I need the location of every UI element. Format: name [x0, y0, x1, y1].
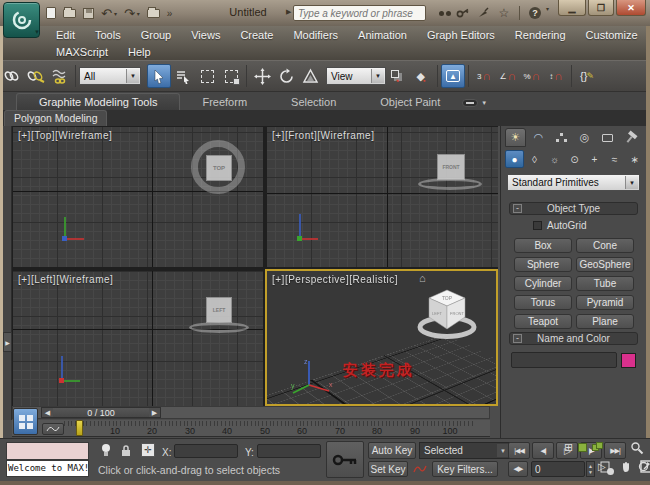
- reference-coordinate-system-dropdown[interactable]: View▼: [326, 67, 386, 85]
- ribbon-tab-graphite[interactable]: Graphite Modeling Tools: [16, 93, 180, 110]
- viewport-label[interactable]: [+][Front][Wireframe]: [272, 130, 374, 141]
- next-frame-arrow-icon[interactable]: ▶: [149, 408, 160, 417]
- viewport-label[interactable]: [+][Left][Wireframe]: [18, 274, 113, 285]
- set-key-button[interactable]: Set Key: [368, 461, 408, 477]
- default-in-out-tangents-icon[interactable]: [412, 461, 428, 477]
- maximize-viewport-toggle-icon[interactable]: [640, 460, 650, 473]
- minimize-button[interactable]: ▁: [558, 0, 586, 16]
- select-by-name-icon[interactable]: [171, 64, 195, 88]
- tab-create[interactable]: ☀: [505, 128, 526, 147]
- zoom-extents-all-icon[interactable]: [592, 442, 604, 453]
- button-tube[interactable]: Tube: [576, 276, 634, 291]
- selection-lock-icon[interactable]: [120, 444, 132, 457]
- field-of-view-icon[interactable]: ▷: [598, 460, 606, 472]
- application-menu-button[interactable]: ▼: [3, 2, 40, 38]
- absolute-offset-mode-icon[interactable]: ✛: [141, 443, 155, 457]
- viewport-label[interactable]: [+][Perspective][Realistic]: [272, 274, 398, 285]
- maximize-button[interactable]: ❐: [588, 0, 614, 16]
- viewcube-home-icon[interactable]: ⌂: [419, 272, 426, 284]
- select-and-link-icon[interactable]: [0, 64, 24, 88]
- ribbon-tab-freeform[interactable]: Freeform: [180, 94, 269, 110]
- button-cylinder[interactable]: Cylinder: [514, 276, 572, 291]
- tab-hierarchy[interactable]: [551, 128, 572, 147]
- search-binoculars-icon[interactable]: [432, 5, 450, 21]
- viewport-top[interactable]: TOP [+][Top][Wireframe]: [13, 127, 263, 267]
- viewport-label[interactable]: [+][Top][Wireframe]: [18, 130, 112, 141]
- viewcube-3d[interactable]: TOP LEFT FRONT: [413, 285, 481, 343]
- rollout-collapse-icon[interactable]: -: [513, 204, 522, 213]
- subtab-systems[interactable]: ∗: [625, 150, 644, 168]
- time-slider-track[interactable]: ◀ 0 / 100 ▶: [12, 406, 490, 419]
- key-mode-toggle-button[interactable]: ◀▶: [508, 461, 528, 477]
- zoom-all-icon[interactable]: ⊞: [564, 441, 573, 454]
- title-arrow-icon[interactable]: ▶: [286, 8, 291, 16]
- menu-group[interactable]: Group: [131, 29, 182, 41]
- menu-graph-editors[interactable]: Graph Editors: [417, 29, 505, 41]
- selection-filter-dropdown[interactable]: All▼: [79, 67, 141, 85]
- button-sphere[interactable]: Sphere: [514, 257, 572, 272]
- menu-rendering[interactable]: Rendering: [505, 29, 576, 41]
- key-filters-button[interactable]: Key Filters...: [432, 461, 498, 477]
- spinner-snap-toggle-icon[interactable]: ↕∩: [544, 64, 568, 88]
- angle-snap-toggle-icon[interactable]: ∠∩: [496, 64, 520, 88]
- layout-tab-flyout-icon[interactable]: ▶: [3, 332, 12, 352]
- ribbon-tab-selection[interactable]: Selection: [269, 94, 358, 110]
- previous-frame-arrow-icon[interactable]: ◀: [42, 408, 53, 417]
- menu-create[interactable]: Create: [230, 29, 283, 41]
- edit-named-selection-sets-icon[interactable]: {}✎: [575, 64, 599, 88]
- subtab-space-warps[interactable]: ≈: [605, 150, 624, 168]
- subtab-helpers[interactable]: +: [585, 150, 604, 168]
- ribbon-tab-object-paint[interactable]: Object Paint: [358, 94, 462, 110]
- y-coordinate-field[interactable]: [257, 444, 321, 458]
- button-cone[interactable]: Cone: [576, 238, 634, 253]
- tab-utilities[interactable]: [620, 128, 641, 147]
- viewport-left[interactable]: LEFT [+][Left][Wireframe]: [13, 271, 263, 406]
- frame-spinner[interactable]: ▲▼: [586, 461, 595, 477]
- undo-icon[interactable]: ↶: [101, 6, 112, 21]
- rollout-collapse-icon[interactable]: -: [513, 334, 522, 343]
- auto-key-button[interactable]: Auto Key: [368, 442, 416, 459]
- key-mode-dropdown[interactable]: Selected▼: [419, 442, 511, 459]
- window-crossing-icon[interactable]: [219, 64, 243, 88]
- select-and-scale-icon[interactable]: [298, 64, 322, 88]
- menu-help[interactable]: Help: [118, 46, 161, 58]
- qat-more-icon[interactable]: »: [167, 8, 173, 19]
- open-mini-curve-editor-button[interactable]: [42, 423, 64, 435]
- autogrid-checkbox[interactable]: [533, 221, 542, 230]
- zoom-extents-icon[interactable]: [578, 443, 587, 452]
- project-folder-icon[interactable]: [147, 9, 160, 18]
- button-torus[interactable]: Torus: [514, 295, 572, 310]
- help-dropdown-icon[interactable]: ▾: [546, 5, 549, 21]
- bind-to-space-warp-icon[interactable]: [48, 64, 72, 88]
- subtab-cameras[interactable]: ⊙: [565, 150, 584, 168]
- help-icon[interactable]: ?: [526, 5, 544, 21]
- select-and-rotate-icon[interactable]: [274, 64, 298, 88]
- go-to-end-button[interactable]: ▶▶|: [604, 442, 626, 459]
- snaps-toggle-3d-icon[interactable]: 3∩: [472, 64, 496, 88]
- primitive-category-dropdown[interactable]: Standard Primitives▼: [507, 174, 640, 191]
- menu-tools[interactable]: Tools: [85, 29, 131, 41]
- subtab-shapes[interactable]: ◊: [525, 150, 544, 168]
- maxscript-listener-white[interactable]: Welcome to MAX!: [6, 460, 89, 477]
- button-plane[interactable]: Plane: [576, 314, 634, 329]
- viewcube-top-face[interactable]: TOP: [206, 155, 232, 181]
- use-pivot-point-center-icon[interactable]: ▪: [386, 64, 410, 88]
- select-object-button[interactable]: [147, 64, 171, 88]
- viewport-perspective[interactable]: ⌂ TOP LEFT FRONT 安装完成 zxy [+][Perspectiv…: [265, 269, 498, 406]
- name-and-color-rollout[interactable]: -Name and Color: [509, 332, 638, 345]
- current-frame-marker[interactable]: [76, 420, 83, 436]
- tab-modify[interactable]: ◠: [528, 128, 549, 147]
- key-license-icon[interactable]: [453, 5, 471, 21]
- open-file-icon[interactable]: [63, 9, 76, 18]
- subtab-lights[interactable]: ☼: [545, 150, 564, 168]
- viewcube-front-face[interactable]: FRONT: [437, 154, 465, 180]
- isolate-selection-icon[interactable]: [100, 443, 112, 458]
- viewcube-ring[interactable]: [189, 322, 249, 333]
- set-keys-button[interactable]: [326, 441, 364, 478]
- pan-view-icon[interactable]: [620, 460, 632, 473]
- new-file-icon[interactable]: [46, 7, 56, 19]
- object-name-field[interactable]: [511, 352, 617, 368]
- close-button[interactable]: ✕: [616, 0, 646, 16]
- go-to-start-button[interactable]: |◀◀: [508, 442, 530, 459]
- save-file-icon[interactable]: [83, 8, 94, 19]
